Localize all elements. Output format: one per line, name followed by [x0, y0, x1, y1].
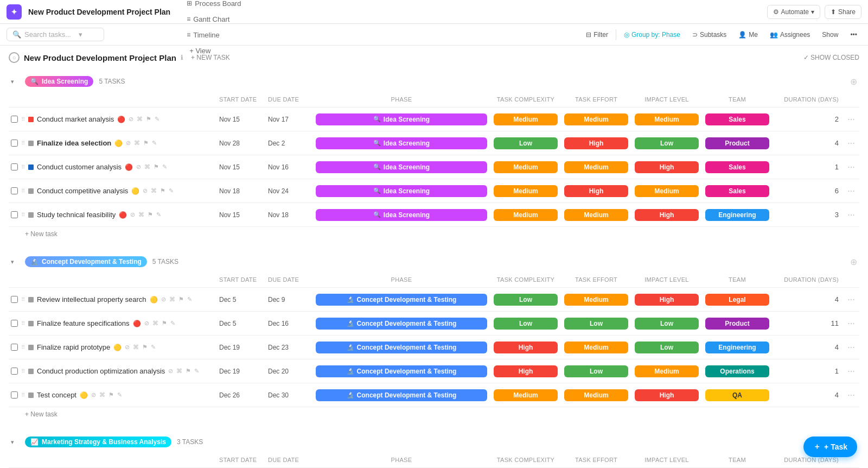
task-more-button[interactable]: ···	[843, 115, 859, 124]
task-copy-icon[interactable]: ⌘	[134, 140, 140, 147]
task-block-icon[interactable]: ⊘	[129, 116, 133, 123]
task-checkbox[interactable]	[11, 163, 18, 170]
task-edit-icon[interactable]: ✎	[194, 368, 199, 375]
group-by-button[interactable]: ◎ Group by: Phase	[620, 29, 685, 41]
task-flag-icon[interactable]: ⚑	[186, 368, 191, 375]
task-copy-icon[interactable]: ⌘	[169, 296, 175, 303]
task-more-button[interactable]: ···	[843, 343, 859, 352]
assignees-button[interactable]: 👥 Assignees	[765, 29, 814, 41]
task-name-label[interactable]: Finalize rapid prototype	[37, 343, 110, 351]
task-checkbox[interactable]	[11, 320, 18, 327]
task-name-label[interactable]: Test concept	[37, 391, 76, 399]
add-task-link[interactable]: + New task	[9, 407, 859, 421]
task-name-label[interactable]: Conduct customer analysis	[37, 163, 122, 171]
add-task-link[interactable]: + New task	[9, 227, 859, 241]
task-more-button[interactable]: ···	[843, 319, 859, 328]
task-name-label[interactable]: Conduct production optimization analysis	[37, 367, 165, 375]
task-block-icon[interactable]: ⊘	[91, 391, 96, 399]
group-toggle-marketing-strategy[interactable]: ▾	[11, 439, 20, 446]
nav-tab-process-board[interactable]: ⊞Process Board	[181, 0, 271, 12]
task-impact-cell: High	[631, 293, 702, 307]
task-name-label[interactable]: Conduct market analysis	[37, 115, 114, 123]
task-block-icon[interactable]: ⊘	[144, 320, 149, 327]
task-more-button[interactable]: ···	[843, 295, 859, 305]
task-checkbox[interactable]	[11, 116, 18, 123]
group-badge-idea-screening[interactable]: 🔍 Idea Screening	[25, 76, 93, 87]
new-task-button[interactable]: + NEW TASK	[188, 53, 233, 62]
task-edit-icon[interactable]: ✎	[151, 344, 156, 351]
task-copy-icon[interactable]: ⌘	[99, 391, 105, 399]
task-name-label[interactable]: Finalize feature specifications	[37, 319, 130, 327]
task-block-icon[interactable]: ⊘	[130, 211, 135, 218]
task-copy-icon[interactable]: ⌘	[137, 116, 143, 123]
task-more-button[interactable]: ···	[843, 162, 859, 172]
filter-button[interactable]: ⊟ Filter	[582, 29, 612, 41]
project-info-icon[interactable]: ℹ	[181, 54, 183, 61]
task-flag-icon[interactable]: ⚑	[148, 211, 153, 218]
task-block-icon[interactable]: ⊘	[126, 140, 131, 147]
group-add-icon-idea-screening[interactable]: ⊕	[850, 77, 857, 87]
nav-tab-timeline[interactable]: ≡Timeline	[181, 28, 271, 43]
task-copy-icon[interactable]: ⌘	[176, 368, 182, 375]
task-block-icon[interactable]: ⊘	[136, 163, 141, 170]
task-block-icon[interactable]: ⊘	[143, 187, 148, 194]
show-button[interactable]: Show	[818, 29, 843, 41]
task-copy-icon[interactable]: ⌘	[144, 163, 150, 170]
task-name-label[interactable]: Study technical feasibility	[37, 211, 116, 219]
task-edit-icon[interactable]: ✎	[169, 187, 174, 194]
task-more-button[interactable]: ···	[843, 186, 859, 196]
task-flag-icon[interactable]: ⚑	[154, 163, 159, 170]
task-flag-icon[interactable]: ⚑	[160, 187, 165, 194]
group-badge-concept-development[interactable]: 🔬 Concept Development & Testing	[25, 256, 147, 267]
more-toolbar-button[interactable]: •••	[846, 29, 861, 41]
task-flag-icon[interactable]: ⚑	[108, 391, 114, 399]
task-edit-icon[interactable]: ✎	[187, 296, 192, 303]
task-checkbox[interactable]	[11, 296, 18, 303]
task-edit-icon[interactable]: ✎	[117, 391, 122, 399]
subtasks-button[interactable]: ⊃ Subtasks	[688, 29, 731, 41]
task-flag-icon[interactable]: ⚑	[162, 320, 167, 327]
task-copy-icon[interactable]: ⌘	[152, 320, 158, 327]
task-checkbox[interactable]	[11, 391, 18, 399]
task-copy-icon[interactable]: ⌘	[133, 344, 139, 351]
me-button[interactable]: 👤 Me	[734, 29, 762, 41]
task-block-icon[interactable]: ⊘	[125, 344, 130, 351]
group-toggle-idea-screening[interactable]: ▾	[11, 78, 20, 85]
task-checkbox[interactable]	[11, 211, 18, 218]
group-badge-marketing-strategy[interactable]: 📈 Marketing Strategy & Business Analysis	[25, 437, 171, 447]
task-edit-icon[interactable]: ✎	[155, 116, 159, 123]
task-checkbox[interactable]	[11, 344, 18, 351]
task-more-button[interactable]: ···	[843, 366, 859, 376]
share-button[interactable]: ⬆ Share	[825, 5, 861, 19]
task-edit-icon[interactable]: ✎	[170, 320, 175, 327]
task-copy-icon[interactable]: ⌘	[151, 187, 157, 194]
task-phase-label: Concept Development & Testing	[357, 391, 457, 399]
task-more-button[interactable]: ···	[843, 210, 859, 220]
task-more-button[interactable]: ···	[843, 138, 859, 148]
task-edit-icon[interactable]: ✎	[152, 140, 157, 147]
task-checkbox[interactable]	[11, 368, 18, 375]
task-edit-icon[interactable]: ✎	[156, 211, 161, 218]
task-name-label[interactable]: Conduct competitive analysis	[37, 187, 128, 195]
task-copy-icon[interactable]: ⌘	[138, 211, 144, 218]
task-flag-icon[interactable]: ⚑	[142, 344, 148, 351]
task-name-label[interactable]: Finalize idea selection	[37, 139, 111, 147]
task-block-icon[interactable]: ⊘	[168, 368, 173, 375]
task-flag-icon[interactable]: ⚑	[146, 116, 151, 123]
task-flag-icon[interactable]: ⚑	[178, 296, 184, 303]
task-checkbox[interactable]	[11, 187, 18, 194]
search-box[interactable]: 🔍 Search tasks... ▾	[7, 28, 104, 41]
task-name-label[interactable]: Review intellectual property search	[37, 295, 146, 303]
task-edit-icon[interactable]: ✎	[162, 163, 167, 170]
group-toggle-concept-development[interactable]: ▾	[11, 258, 20, 265]
task-flag-icon[interactable]: ⚑	[143, 140, 149, 147]
task-block-icon[interactable]: ⊘	[161, 296, 166, 303]
automate-button[interactable]: ⚙ Automate ▾	[767, 5, 820, 19]
show-closed-button[interactable]: ✓ SHOW CLOSED	[803, 54, 859, 61]
task-more-button[interactable]: ···	[843, 390, 859, 400]
task-status-icon: 🟡	[131, 187, 139, 195]
task-checkbox[interactable]	[11, 140, 18, 147]
add-task-fab[interactable]: ＋ + Task	[803, 437, 857, 457]
nav-tab-gantt-chart[interactable]: ≡Gantt Chart	[181, 12, 271, 28]
group-add-icon-concept-development[interactable]: ⊕	[850, 257, 857, 267]
